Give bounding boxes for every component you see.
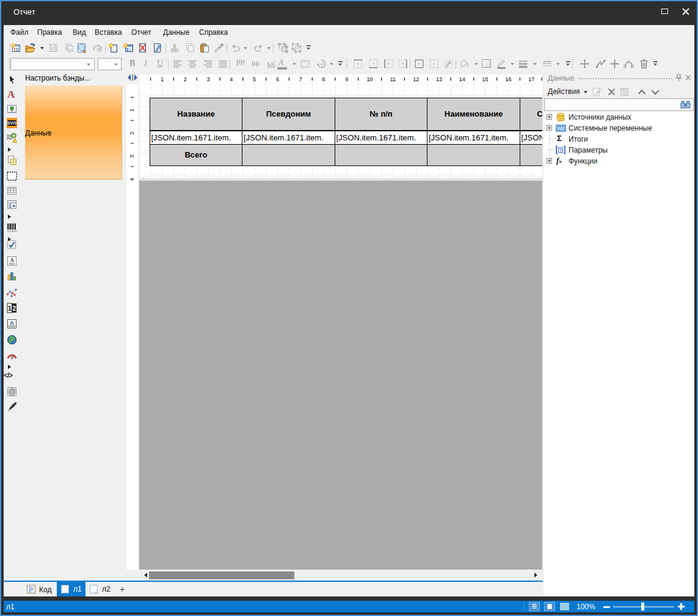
svg-text:14: 14	[459, 76, 465, 82]
svg-text:@: @	[9, 388, 15, 395]
svg-text:1 2 3 4 5: 1 2 3 4 5	[7, 230, 17, 233]
svg-text:13: 13	[436, 76, 442, 82]
svg-text:15: 15	[482, 76, 489, 82]
svg-text:5: 5	[253, 76, 256, 82]
svg-text:SVG: SVG	[7, 120, 17, 126]
svg-text:2: 2	[129, 132, 135, 135]
svg-text:10: 10	[367, 76, 373, 82]
svg-text:1: 1	[161, 76, 164, 82]
svg-text:6: 6	[276, 76, 279, 82]
svg-text:8: 8	[322, 76, 325, 82]
svg-text:12: 12	[413, 76, 419, 82]
svg-text:2: 2	[12, 305, 16, 312]
svg-text:A: A	[10, 320, 14, 326]
svg-text:17: 17	[528, 76, 534, 82]
svg-text:3: 3	[206, 76, 209, 82]
svg-text:1: 1	[9, 204, 11, 208]
svg-text:3: 3	[129, 154, 135, 158]
svg-text:11: 11	[390, 76, 396, 82]
svg-text:9: 9	[345, 76, 348, 82]
svg-text:1: 1	[129, 109, 135, 112]
svg-text:?: ?	[559, 148, 562, 153]
svg-text:16: 16	[505, 76, 511, 82]
svg-text:2: 2	[184, 76, 187, 82]
svg-text:4: 4	[129, 178, 135, 181]
svg-text:4: 4	[230, 76, 233, 82]
svg-text:7: 7	[299, 76, 302, 82]
svg-text:1: 1	[8, 305, 12, 312]
svg-text:A: A	[10, 257, 14, 263]
